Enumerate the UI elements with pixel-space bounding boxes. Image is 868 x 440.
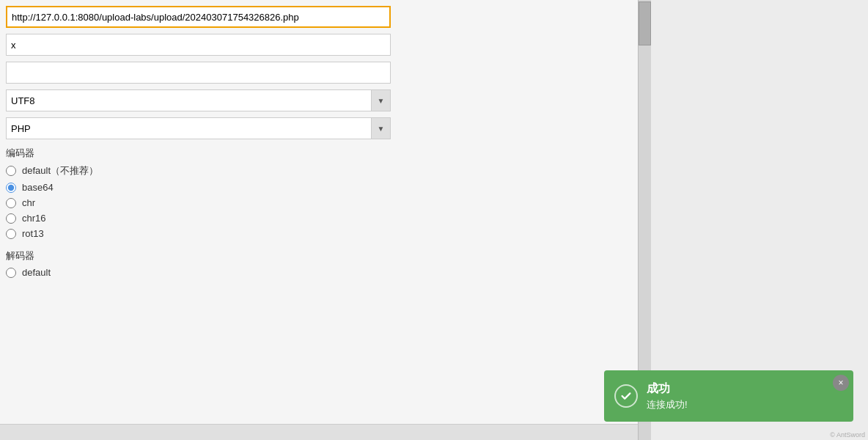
url-input[interactable] — [6, 6, 391, 28]
decoder-section-label: 解码器 — [6, 249, 632, 263]
encoder-radio-rot13[interactable] — [6, 229, 16, 239]
language-select-wrapper: PHP ASP JSP Python ▼ — [6, 117, 391, 139]
encoder-option-chr16[interactable]: chr16 — [6, 213, 632, 224]
encoding-select[interactable]: UTF8 GBK ISO-8859-1 — [7, 90, 390, 111]
success-notification: 成功 连接成功! × — [604, 370, 853, 422]
success-check-icon — [614, 384, 638, 408]
encoder-option-base64[interactable]: base64 — [6, 182, 632, 193]
text-input[interactable] — [6, 34, 391, 56]
success-close-button[interactable]: × — [833, 375, 849, 391]
encoder-radio-group: default（不推荐） base64 chr chr16 rot13 — [6, 164, 632, 239]
encoder-label-rot13: rot13 — [22, 228, 44, 239]
encoder-radio-base64[interactable] — [6, 183, 16, 193]
encoder-radio-chr[interactable] — [6, 198, 16, 208]
success-message: 连接成功! — [647, 398, 843, 411]
encoder-option-chr[interactable]: chr — [6, 197, 632, 208]
success-text: 成功 连接成功! — [647, 381, 843, 411]
decoder-radio-default[interactable] — [6, 268, 16, 278]
encoder-label-default: default（不推荐） — [22, 164, 98, 177]
encoder-label-chr: chr — [22, 197, 35, 208]
left-panel: UTF8 GBK ISO-8859-1 ▼ PHP ASP JSP Python… — [0, 0, 638, 440]
encoding-select-wrapper: UTF8 GBK ISO-8859-1 ▼ — [6, 89, 391, 111]
encoder-label-chr16: chr16 — [22, 213, 46, 224]
decoder-radio-group: default — [6, 267, 632, 278]
decoder-option-default[interactable]: default — [6, 267, 632, 278]
encoder-option-default[interactable]: default（不推荐） — [6, 164, 632, 177]
watermark: © AntSword — [830, 431, 865, 439]
decoder-label-default: default — [22, 267, 51, 278]
success-title: 成功 — [647, 381, 843, 397]
encoder-radio-default[interactable] — [6, 166, 16, 176]
scrollbar-thumb[interactable] — [639, 1, 651, 45]
empty-input[interactable] — [6, 62, 391, 84]
encoder-option-rot13[interactable]: rot13 — [6, 228, 632, 239]
bottom-bar — [0, 424, 638, 440]
encoder-section-label: 编码器 — [6, 147, 632, 160]
language-select[interactable]: PHP ASP JSP Python — [7, 118, 390, 139]
encoder-label-base64: base64 — [22, 182, 54, 193]
encoder-radio-chr16[interactable] — [6, 213, 16, 224]
